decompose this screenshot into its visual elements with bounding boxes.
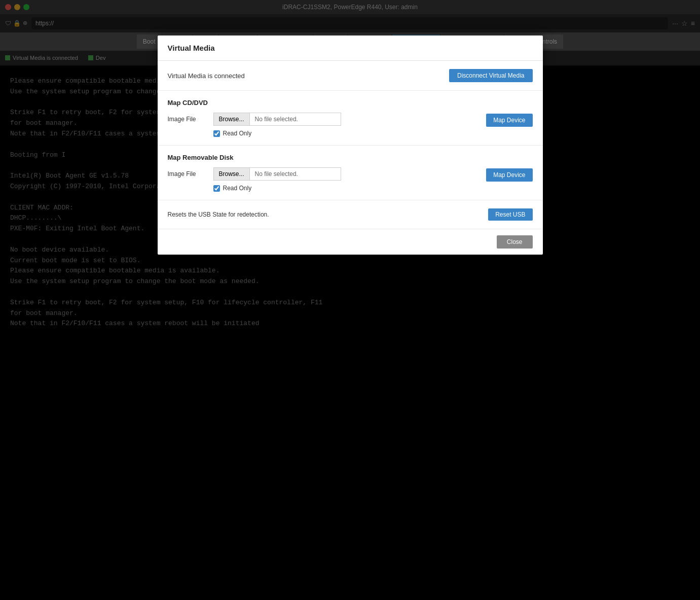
modal-title: Virtual Media — [168, 44, 215, 52]
map-cddvd-section: Map CD/DVD Image File Browse... No file … — [158, 91, 543, 146]
usb-reset-section: Resets the USB State for redetection. Re… — [158, 200, 543, 229]
cddvd-fields: Image File Browse... No file selected. R… — [168, 113, 487, 137]
virtual-media-modal: Virtual Media Virtual Media is connected… — [158, 36, 543, 255]
removable-section-title: Map Removable Disk — [168, 154, 533, 161]
removable-readonly-row: Read Only — [213, 185, 487, 192]
removable-image-label: Image File — [168, 170, 208, 178]
removable-readonly-label: Read Only — [223, 185, 252, 192]
cddvd-section-title: Map CD/DVD — [168, 99, 533, 107]
removable-file-display: No file selected. — [250, 167, 341, 181]
modal-header: Virtual Media — [158, 36, 543, 61]
cddvd-readonly-checkbox[interactable] — [213, 130, 220, 137]
reset-usb-button[interactable]: Reset USB — [488, 208, 532, 221]
cddvd-image-row: Image File Browse... No file selected. — [168, 113, 487, 126]
map-removable-section: Map Removable Disk Image File Browse... … — [158, 146, 543, 200]
cddvd-image-label: Image File — [168, 116, 208, 123]
removable-browse-button[interactable]: Browse... — [213, 167, 250, 181]
usb-description: Resets the USB State for redetection. — [168, 211, 269, 218]
disconnect-virtual-media-button[interactable]: Disconnect Virtual Media — [449, 69, 533, 82]
cddvd-form: Image File Browse... No file selected. R… — [168, 113, 533, 137]
removable-fields: Image File Browse... No file selected. R… — [168, 167, 487, 192]
connected-row: Virtual Media is connected Disconnect Vi… — [158, 61, 543, 91]
removable-readonly-checkbox[interactable] — [213, 185, 220, 192]
cddvd-browse-button[interactable]: Browse... — [213, 113, 250, 126]
close-button[interactable]: Close — [497, 235, 533, 249]
removable-map-btn-wrap: Map Device — [486, 167, 532, 182]
modal-overlay: Virtual Media Virtual Media is connected… — [0, 0, 700, 600]
cddvd-map-btn-wrap: Map Device — [486, 113, 532, 127]
cddvd-readonly-label: Read Only — [223, 130, 252, 137]
modal-footer: Close — [158, 229, 543, 255]
removable-image-row: Image File Browse... No file selected. — [168, 167, 487, 181]
cddvd-browse-group: Browse... No file selected. — [213, 113, 341, 126]
removable-map-device-button[interactable]: Map Device — [486, 168, 532, 182]
connected-text: Virtual Media is connected — [168, 72, 245, 80]
removable-browse-group: Browse... No file selected. — [213, 167, 341, 181]
cddvd-file-display: No file selected. — [250, 113, 341, 126]
cddvd-map-device-button[interactable]: Map Device — [486, 114, 532, 127]
cddvd-readonly-row: Read Only — [213, 130, 487, 137]
removable-form: Image File Browse... No file selected. R… — [168, 167, 533, 192]
